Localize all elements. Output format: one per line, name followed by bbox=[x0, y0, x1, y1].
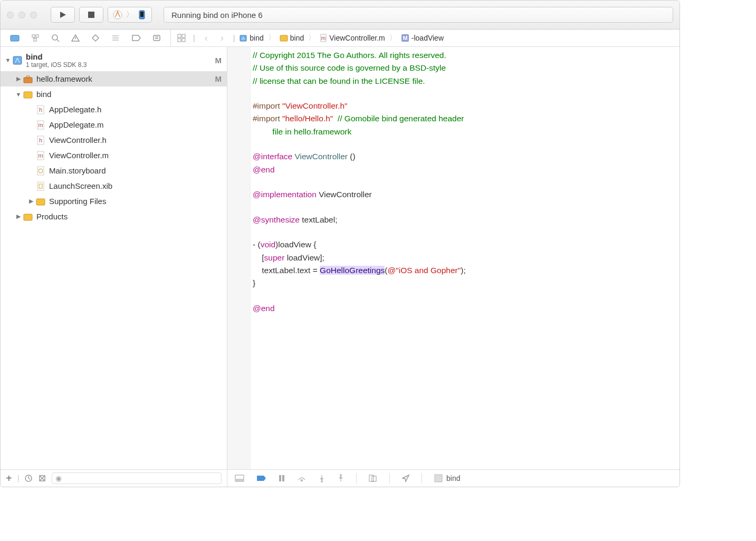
svg-point-11 bbox=[52, 35, 58, 40]
disclosure-triangle[interactable]: ▼ bbox=[5, 57, 11, 63]
svg-rect-24 bbox=[182, 34, 185, 37]
process-picker[interactable]: bind bbox=[434, 474, 460, 483]
code-editor[interactable]: // Copyright 2015 The Go Authors. All ri… bbox=[227, 47, 680, 469]
item-label: Supporting Files bbox=[49, 197, 106, 206]
bottom-bar: + | ◉ bind bbox=[1, 469, 680, 487]
project-row[interactable]: ▼ bind 1 target, iOS SDK 8.3 M bbox=[1, 49, 227, 71]
minimize-button[interactable] bbox=[18, 12, 25, 18]
test-navigator-tab[interactable] bbox=[91, 34, 100, 42]
disclosure-triangle[interactable]: ▶ bbox=[15, 213, 22, 220]
device-icon bbox=[137, 9, 147, 20]
file-tree: ▼ bind 1 target, iOS SDK 8.3 M ▶ hello.f… bbox=[1, 47, 227, 469]
svg-point-63 bbox=[301, 480, 303, 481]
stop-button[interactable] bbox=[79, 7, 103, 23]
scheme-selector[interactable]: 〉 bbox=[108, 7, 152, 23]
svg-marker-19 bbox=[132, 35, 140, 41]
svg-marker-60 bbox=[257, 476, 266, 481]
add-button[interactable]: + bbox=[6, 472, 12, 485]
zoom-button[interactable] bbox=[30, 12, 37, 18]
tree-item-file[interactable]: h AppDelegate.h bbox=[1, 102, 227, 117]
run-button[interactable] bbox=[51, 7, 75, 23]
svg-rect-50 bbox=[36, 199, 45, 205]
crumb-file[interactable]: m ViewController.m bbox=[320, 34, 385, 42]
app-icon bbox=[112, 9, 123, 20]
item-label: Products bbox=[36, 212, 68, 221]
main-split: ▼ bind 1 target, iOS SDK 8.3 M ▶ hello.f… bbox=[1, 47, 680, 469]
svg-marker-15 bbox=[92, 35, 99, 41]
svg-rect-7 bbox=[36, 35, 39, 37]
tree-item-file[interactable]: m ViewController.m bbox=[1, 148, 227, 163]
item-label: bind bbox=[36, 90, 51, 99]
project-navigator: ▼ bind 1 target, iOS SDK 8.3 M ▶ hello.f… bbox=[1, 47, 227, 469]
issue-navigator-tab[interactable] bbox=[71, 34, 80, 42]
debug-navigator-tab[interactable] bbox=[111, 34, 120, 42]
crumb-project[interactable]: A bind bbox=[239, 34, 263, 42]
activity-status: Running bind on iPhone 6 bbox=[164, 7, 673, 23]
tree-item-file[interactable]: LaunchScreen.xib bbox=[1, 178, 227, 194]
project-name: bind bbox=[26, 52, 87, 61]
svg-rect-61 bbox=[279, 475, 281, 481]
location-icon[interactable] bbox=[401, 474, 410, 482]
svg-rect-72 bbox=[435, 475, 442, 482]
tree-item-folder[interactable]: ▶ Products bbox=[1, 209, 227, 224]
find-navigator-tab[interactable] bbox=[51, 34, 60, 42]
svg-marker-65 bbox=[320, 478, 323, 480]
svg-rect-71 bbox=[372, 476, 376, 481]
impl-file-icon: m bbox=[35, 151, 46, 160]
crumb-group[interactable]: bind bbox=[280, 34, 304, 42]
breakpoints-icon[interactable] bbox=[256, 475, 266, 482]
svg-rect-26 bbox=[182, 38, 185, 42]
disclosure-triangle[interactable]: ▶ bbox=[15, 75, 22, 82]
close-button[interactable] bbox=[7, 12, 14, 18]
svg-text:m: m bbox=[38, 152, 43, 159]
hide-debug-icon[interactable] bbox=[235, 475, 244, 482]
jump-bar[interactable]: | ‹ › | A bind 〉 bind 〉 m ViewController… bbox=[170, 30, 680, 46]
filter-field[interactable]: ◉ bbox=[52, 472, 222, 484]
filter-icon: ◉ bbox=[55, 474, 62, 482]
recent-filter-icon[interactable] bbox=[24, 474, 33, 482]
scm-filter-icon[interactable] bbox=[38, 474, 46, 482]
gutter[interactable] bbox=[227, 47, 251, 469]
tree-item-file[interactable]: m AppDelegate.m bbox=[1, 117, 227, 132]
svg-rect-4 bbox=[140, 12, 143, 17]
disclosure-triangle[interactable]: ▶ bbox=[28, 198, 34, 205]
tree-item-folder[interactable]: ▼ bind bbox=[1, 86, 227, 102]
view-debug-icon[interactable] bbox=[368, 474, 378, 482]
report-navigator-tab[interactable] bbox=[152, 34, 161, 42]
item-label: Main.storyboard bbox=[49, 166, 106, 175]
forward-button[interactable]: › bbox=[215, 33, 229, 44]
related-items-icon[interactable] bbox=[174, 34, 189, 42]
symbol-navigator-tab[interactable] bbox=[31, 34, 40, 42]
svg-rect-20 bbox=[154, 35, 160, 41]
code-content[interactable]: // Copyright 2015 The Go Authors. All ri… bbox=[251, 47, 680, 469]
svg-text:h: h bbox=[39, 137, 42, 143]
tree-item-file[interactable]: h ViewController.h bbox=[1, 132, 227, 148]
svg-rect-37 bbox=[24, 92, 32, 98]
step-over-icon[interactable] bbox=[297, 475, 307, 482]
svg-rect-29 bbox=[280, 35, 288, 41]
breakpoint-navigator-tab[interactable] bbox=[131, 34, 141, 42]
debug-bar: bind bbox=[227, 470, 680, 487]
main-toolbar: 〉 Running bind on iPhone 6 bbox=[1, 1, 680, 30]
svg-line-54 bbox=[28, 478, 30, 479]
crumb-symbol[interactable]: M -loadView bbox=[401, 34, 444, 42]
disclosure-triangle[interactable]: ▼ bbox=[15, 91, 22, 98]
tree-item-file[interactable]: Main.storyboard bbox=[1, 163, 227, 178]
step-into-icon[interactable] bbox=[318, 474, 326, 482]
svg-rect-8 bbox=[34, 38, 36, 41]
project-navigator-tab[interactable] bbox=[10, 34, 20, 42]
tree-item-framework[interactable]: ▶ hello.framework M bbox=[1, 71, 227, 86]
pause-icon[interactable] bbox=[278, 475, 285, 482]
svg-text:h: h bbox=[39, 107, 42, 113]
toolbox-icon bbox=[23, 75, 33, 83]
stop-icon bbox=[88, 12, 94, 18]
svg-rect-23 bbox=[178, 34, 181, 37]
item-label: AppDelegate.m bbox=[49, 120, 103, 129]
step-out-icon[interactable] bbox=[337, 474, 344, 482]
svg-rect-62 bbox=[282, 475, 284, 481]
svg-text:m: m bbox=[321, 35, 326, 41]
back-button[interactable]: ‹ bbox=[199, 33, 213, 44]
folder-icon bbox=[35, 197, 46, 206]
item-label: ViewController.m bbox=[49, 151, 109, 160]
tree-item-folder[interactable]: ▶ Supporting Files bbox=[1, 194, 227, 209]
